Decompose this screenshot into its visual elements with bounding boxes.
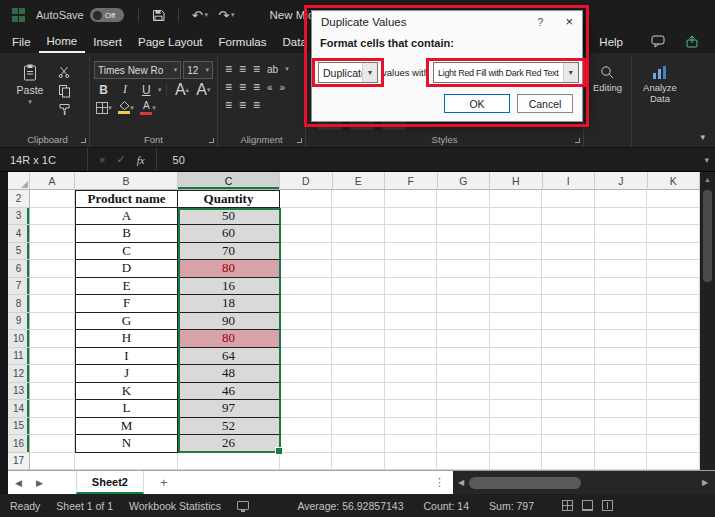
scroll-up-icon[interactable]: ▲	[700, 172, 715, 186]
vertical-scroll-thumb[interactable]	[703, 190, 712, 282]
cell-A13[interactable]	[30, 383, 75, 401]
scroll-right-icon[interactable]: ▶	[697, 478, 713, 487]
row-header-14[interactable]: 14	[8, 400, 30, 418]
row-header-15[interactable]: 15	[8, 418, 30, 436]
cell-A7[interactable]	[30, 278, 75, 296]
cell-B17[interactable]	[75, 453, 178, 471]
borders-icon[interactable]: ▾	[94, 100, 114, 115]
empty-cells[interactable]	[280, 330, 700, 348]
empty-cells[interactable]	[280, 225, 700, 243]
orientation-icon[interactable]: ab	[267, 64, 278, 75]
cell-C11[interactable]: 64	[178, 348, 280, 366]
font-dialog-launcher-icon[interactable]	[209, 138, 214, 143]
column-header-F[interactable]: F	[385, 172, 438, 190]
dialog-help-button[interactable]: ?	[537, 16, 543, 28]
autosave-toggle[interactable]: Off	[90, 8, 124, 22]
cell-A2[interactable]	[30, 190, 75, 208]
analyze-data-button[interactable]: Analyze Data	[636, 58, 684, 105]
clipboard-dialog-launcher-icon[interactable]	[81, 138, 86, 143]
share-icon[interactable]	[685, 35, 699, 48]
cell-C9[interactable]: 90	[178, 313, 280, 331]
cell-B3[interactable]: A	[75, 208, 178, 226]
tab-bar-splitter-icon[interactable]: ⋮	[434, 476, 445, 489]
alignment-dialog-launcher-icon[interactable]	[297, 138, 302, 143]
row-header-5[interactable]: 5	[8, 243, 30, 261]
cell-C7[interactable]: 16	[178, 278, 280, 296]
increase-indent-icon[interactable]: »	[280, 82, 286, 93]
column-header-D[interactable]: D	[280, 172, 333, 190]
next-sheet-icon[interactable]: ▶	[36, 478, 43, 488]
row-header-3[interactable]: 3	[8, 208, 30, 226]
column-header-B[interactable]: B	[75, 172, 178, 190]
insert-function-button[interactable]: fx	[137, 154, 145, 166]
horizontal-scroll-thumb[interactable]	[469, 477, 581, 489]
cell-C13[interactable]: 46	[178, 383, 280, 401]
cell-B12[interactable]: J	[75, 365, 178, 383]
cell-A11[interactable]	[30, 348, 75, 366]
decrease-indent-icon[interactable]: «	[267, 82, 273, 93]
row-header-10[interactable]: 10	[8, 330, 30, 348]
column-header-I[interactable]: I	[543, 172, 596, 190]
row-header-2[interactable]: 2	[8, 190, 30, 208]
cell-C2[interactable]: Quantity	[178, 190, 280, 208]
autosave-toggle-pill[interactable]: Off	[90, 8, 124, 22]
empty-cells[interactable]	[280, 260, 700, 278]
add-sheet-button[interactable]: +	[160, 475, 168, 490]
column-header-H[interactable]: H	[490, 172, 543, 190]
column-header-G[interactable]: G	[438, 172, 491, 190]
vertical-scrollbar[interactable]: ▲	[700, 172, 715, 470]
styles-dialog-launcher-icon[interactable]	[575, 138, 580, 143]
tab-home[interactable]: Home	[39, 30, 86, 53]
empty-cells[interactable]	[280, 435, 700, 453]
cell-A10[interactable]	[30, 330, 75, 348]
empty-cells[interactable]	[280, 365, 700, 383]
cut-icon[interactable]	[54, 64, 74, 79]
align-center-icon[interactable]: ≡	[239, 80, 246, 94]
confirm-entry-icon[interactable]: ✓	[116, 153, 125, 166]
dialog-close-icon[interactable]: ×	[565, 14, 573, 29]
increase-font-size-icon[interactable]: A▴	[172, 82, 191, 97]
empty-cells[interactable]	[280, 418, 700, 436]
cell-C14[interactable]: 97	[178, 400, 280, 418]
chevron-down-icon[interactable]: ▾	[362, 63, 377, 82]
row-header-7[interactable]: 7	[8, 278, 30, 296]
bold-button[interactable]: B	[94, 82, 113, 97]
cell-B9[interactable]: G	[75, 313, 178, 331]
column-header-K[interactable]: K	[648, 172, 701, 190]
tab-file[interactable]: File	[4, 30, 39, 53]
column-header-A[interactable]: A	[30, 172, 75, 190]
expand-formula-bar-icon[interactable]: ▾	[704, 155, 715, 165]
decrease-font-size-icon[interactable]: A▾	[194, 82, 213, 97]
horizontal-scrollbar[interactable]: ◀ ▶	[453, 471, 715, 495]
format-dropdown[interactable]: Light Red Fill with Dark Red Text ▾	[433, 62, 579, 83]
name-box[interactable]: 14R x 1C	[0, 148, 88, 171]
chevron-down-icon[interactable]: ▾	[158, 86, 162, 94]
cell-C15[interactable]: 52	[178, 418, 280, 436]
column-header-C[interactable]: C	[178, 172, 280, 190]
underline-button[interactable]: U	[137, 82, 156, 97]
align-left-icon[interactable]: ≡	[225, 80, 232, 94]
cell-C17[interactable]	[178, 453, 280, 471]
cell-B8[interactable]: F	[75, 295, 178, 313]
cell-A14[interactable]	[30, 400, 75, 418]
cell-A12[interactable]	[30, 365, 75, 383]
row-header-11[interactable]: 11	[8, 348, 30, 366]
row-header-12[interactable]: 12	[8, 365, 30, 383]
font-size-combobox[interactable]: 12 ▾	[183, 61, 213, 79]
align-right-icon[interactable]: ≡	[253, 80, 260, 94]
align-middle-icon[interactable]: ≡	[239, 62, 246, 76]
empty-cells[interactable]	[280, 295, 700, 313]
cell-A15[interactable]	[30, 418, 75, 436]
empty-cells[interactable]	[280, 348, 700, 366]
cell-C12[interactable]: 48	[178, 365, 280, 383]
empty-cells[interactable]	[280, 208, 700, 226]
tab-formulas[interactable]: Formulas	[211, 30, 275, 53]
cell-A8[interactable]	[30, 295, 75, 313]
display-settings-icon[interactable]	[237, 501, 249, 510]
cell-A16[interactable]	[30, 435, 75, 453]
empty-cells[interactable]	[280, 313, 700, 331]
row-header-4[interactable]: 4	[8, 225, 30, 243]
empty-cells[interactable]	[280, 243, 700, 261]
wrap-text-icon[interactable]: ≡	[225, 98, 232, 112]
tab-insert[interactable]: Insert	[85, 30, 130, 53]
